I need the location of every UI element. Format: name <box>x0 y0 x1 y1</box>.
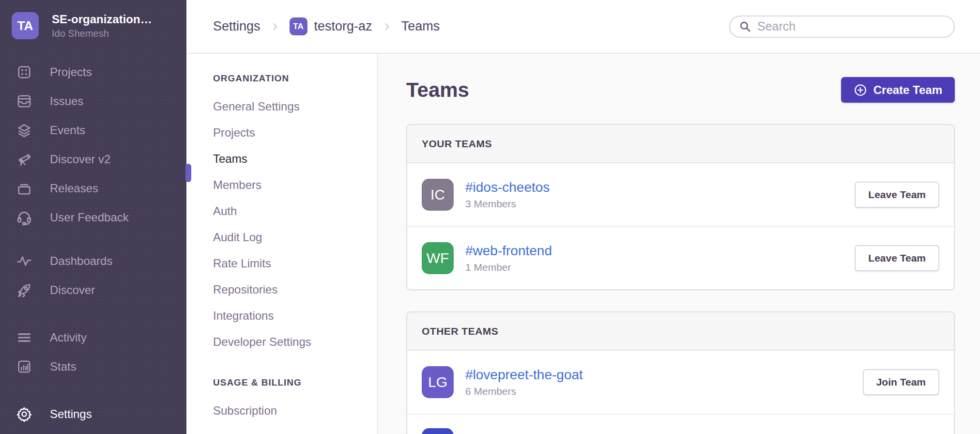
team-info: #web-frontend 1 Member <box>465 243 855 273</box>
sidebar-item-activity[interactable]: Activity <box>0 323 186 352</box>
sidebar-item-settings[interactable]: Settings <box>0 400 186 429</box>
join-team-button[interactable]: Join Team <box>863 369 939 395</box>
right-area: Settings TA testorg-az Teams ORGANIZATIO… <box>186 0 980 434</box>
sidebar-item-events[interactable]: Events <box>0 116 186 145</box>
team-members-count: 1 Member <box>465 262 855 273</box>
telescope-icon <box>15 150 34 169</box>
leave-team-button[interactable]: Leave Team <box>855 245 939 271</box>
settings-nav-integrations[interactable]: Integrations <box>213 303 377 329</box>
settings-nav-projects[interactable]: Projects <box>213 120 377 146</box>
sidebar-item-label: Issues <box>50 94 83 108</box>
gear-icon <box>15 404 34 424</box>
team-link[interactable]: #idos-cheetos <box>465 180 550 195</box>
settings-nav-developer-settings[interactable]: Developer Settings <box>213 329 377 355</box>
page-title: Teams <box>406 78 469 102</box>
top-header: Settings TA testorg-az Teams <box>186 0 980 54</box>
sidebar-item-label: Discover <box>50 283 95 297</box>
panel-header: OTHER TEAMS <box>407 312 954 351</box>
releases-icon <box>15 179 34 198</box>
your-teams-panel: YOUR TEAMS IC #idos-cheetos 3 Members Le… <box>406 124 955 290</box>
team-info: #idos-cheetos 3 Members <box>465 180 855 210</box>
team-row-partial <box>407 414 954 434</box>
team-link[interactable]: #web-frontend <box>465 243 552 259</box>
breadcrumb-org[interactable]: TA testorg-az <box>290 17 372 35</box>
settings-nav-auth[interactable]: Auth <box>213 198 377 224</box>
events-icon <box>15 121 34 140</box>
chevron-right-icon <box>382 22 392 31</box>
team-avatar: IC <box>422 179 454 211</box>
main-content: Teams Create Team YOUR TEAMS IC #idos-ch… <box>378 54 980 434</box>
plus-circle-icon <box>854 83 867 97</box>
team-link[interactable]: #lovepreet-the-goat <box>465 367 583 383</box>
panel-header: YOUR TEAMS <box>407 125 954 163</box>
search-icon <box>739 20 751 33</box>
sidebar-item-label: Discover v2 <box>50 153 110 166</box>
sidebar-item-issues[interactable]: Issues <box>0 87 186 116</box>
team-avatar: LG <box>422 366 454 398</box>
sidebar-item-label: Activity <box>50 331 87 344</box>
settings-nav-rate-limits[interactable]: Rate Limits <box>213 250 377 277</box>
org-meta: SE-organization… Ido Shemesh <box>52 13 152 39</box>
sidebar-item-label: Projects <box>50 65 92 79</box>
settings-nav-repositories[interactable]: Repositories <box>213 277 377 303</box>
sidebar-item-user-feedback[interactable]: User Feedback <box>0 203 186 232</box>
pulse-icon <box>15 251 34 271</box>
create-team-button[interactable]: Create Team <box>841 77 955 103</box>
app-sidebar: TA SE-organization… Ido Shemesh Projects… <box>0 0 186 434</box>
org-switcher[interactable]: TA SE-organization… Ido Shemesh <box>0 12 186 39</box>
settings-nav-section-header: USAGE & BILLING <box>213 377 377 388</box>
settings-nav-audit-log[interactable]: Audit Log <box>213 224 377 250</box>
sidebar-nav-activity: Activity Stats <box>0 323 186 381</box>
team-avatar: WF <box>422 242 454 274</box>
settings-nav: ORGANIZATION General Settings Projects T… <box>186 54 378 434</box>
sidebar-item-label: Stats <box>50 360 77 373</box>
team-avatar <box>422 428 454 434</box>
settings-nav-subscription[interactable]: Subscription <box>213 398 377 424</box>
search-box <box>729 16 955 38</box>
issues-icon <box>15 92 34 111</box>
team-info: #lovepreet-the-goat 6 Members <box>465 367 863 397</box>
lower-area: ORGANIZATION General Settings Projects T… <box>186 54 980 434</box>
team-members-count: 6 Members <box>465 386 863 397</box>
search-input[interactable] <box>757 19 945 33</box>
org-chip: TA <box>290 17 307 35</box>
sidebar-item-discover-v2[interactable]: Discover v2 <box>0 145 186 174</box>
sidebar-item-stats[interactable]: Stats <box>0 352 186 381</box>
headset-icon <box>15 208 34 227</box>
sidebar-nav-discover: Dashboards Discover <box>0 247 186 305</box>
chevron-right-icon <box>270 22 280 31</box>
list-icon <box>15 328 34 347</box>
sidebar-nav-primary: Projects Issues Events Discover v2 Relea… <box>0 58 186 232</box>
sidebar-item-projects[interactable]: Projects <box>0 58 186 87</box>
rocket-icon <box>15 280 34 300</box>
breadcrumb: Settings TA testorg-az Teams <box>213 17 440 35</box>
settings-nav-general-settings[interactable]: General Settings <box>213 93 377 120</box>
scrollbar-thumb[interactable] <box>185 164 191 182</box>
leave-team-button[interactable]: Leave Team <box>855 182 939 208</box>
team-row: LG #lovepreet-the-goat 6 Members Join Te… <box>407 351 954 414</box>
sidebar-item-releases[interactable]: Releases <box>0 174 186 203</box>
other-teams-panel: OTHER TEAMS LG #lovepreet-the-goat 6 Mem… <box>406 311 955 434</box>
create-team-label: Create Team <box>873 83 942 97</box>
breadcrumb-org-label: testorg-az <box>314 19 372 34</box>
sidebar-item-label: Settings <box>50 407 92 421</box>
sidebar-item-label: Events <box>50 124 85 137</box>
breadcrumb-settings[interactable]: Settings <box>213 19 260 34</box>
sidebar-item-dashboards[interactable]: Dashboards <box>0 247 186 276</box>
sidebar-item-discover[interactable]: Discover <box>0 276 186 305</box>
sidebar-item-label: Dashboards <box>50 254 112 268</box>
settings-nav-teams[interactable]: Teams <box>213 146 377 172</box>
team-row: WF #web-frontend 1 Member Leave Team <box>407 226 954 289</box>
bar-chart-icon <box>15 357 34 376</box>
sidebar-nav-settings: Settings <box>0 400 186 429</box>
breadcrumb-current: Teams <box>401 19 440 34</box>
team-members-count: 3 Members <box>465 198 855 210</box>
team-info <box>465 428 939 434</box>
sidebar-item-label: User Feedback <box>50 211 129 224</box>
org-name: SE-organization… <box>52 13 152 26</box>
settings-nav-members[interactable]: Members <box>213 172 377 198</box>
sidebar-item-label: Releases <box>50 182 98 195</box>
title-row: Teams Create Team <box>406 77 955 103</box>
projects-icon <box>15 62 34 82</box>
team-row: IC #idos-cheetos 3 Members Leave Team <box>407 163 954 226</box>
